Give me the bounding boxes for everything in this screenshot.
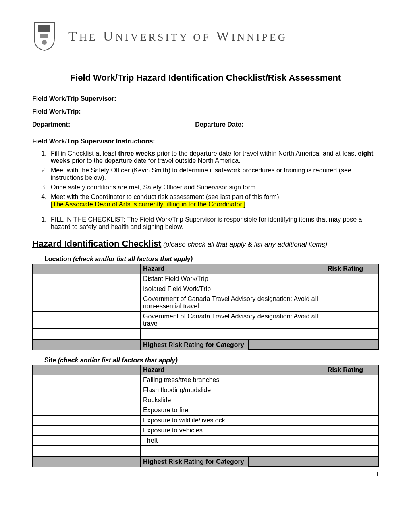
table-row: Flash flooding/mudslide [33,385,379,395]
hazard-cell: Exposure to fire [141,405,325,416]
instruction-item: Fill in Checklist at least three weeks p… [48,150,379,164]
table-row: Exposure to vehicles [33,426,379,436]
table-row: Distant Field Work/Trip [33,274,379,284]
hazard-cell: Exposure to vehicles [141,426,325,436]
table-row: Exposure to fire [33,405,379,416]
table-row: Falling trees/tree branches [33,375,379,385]
check-cell[interactable] [33,274,141,284]
document-header: The University of Winnipeg [32,20,379,52]
location-hazard-table: Hazard Risk Rating Distant Field Work/Tr… [32,264,379,350]
check-cell[interactable] [33,294,141,312]
hazard-cell-blank[interactable] [141,446,325,457]
rating-cell[interactable] [325,446,379,457]
rating-cell[interactable] [325,426,379,436]
department-field[interactable]: Department: [32,121,195,128]
supervisor-field[interactable]: Field Work/Trip Supervisor: [32,95,379,102]
highest-rating-value[interactable] [249,457,378,467]
table-row: Theft [33,436,379,446]
rating-column-header: Risk Rating [325,365,379,375]
category-highest-row: Highest Risk Rating for Category [33,457,379,467]
table-row-blank [33,446,379,457]
site-hazard-table: Hazard Risk Rating Falling trees/tree br… [32,365,379,467]
instruction-item: Once safety conditions are met, Safety O… [48,184,379,191]
check-column-header [33,264,141,274]
highest-rating-label: Highest Risk Rating for Category [141,340,249,350]
site-category-header: Site (check and/or list all factors that… [44,357,379,364]
hazard-column-header: Hazard [141,365,325,375]
trip-label: Field Work/Trip: [32,108,81,115]
table-row: Isolated Field Work/Trip [33,284,379,294]
page-number: 1 [32,470,379,478]
rating-cell[interactable] [325,375,379,385]
check-column-header [33,365,141,375]
check-cell[interactable] [33,405,141,416]
instructions-heading: Field Work/Trip Supervisor Instructions: [32,138,379,145]
hazard-cell: Isolated Field Work/Trip [141,284,325,294]
department-label: Department: [32,121,70,128]
instruction-item: Meet with the Coordinator to conduct ris… [48,193,379,208]
rating-cell[interactable] [325,385,379,395]
hazard-column-header: Hazard [141,264,325,274]
highest-rating-value[interactable] [249,340,378,350]
hazard-cell: Government of Canada Travel Advisory des… [141,294,325,312]
check-cell[interactable] [33,395,141,405]
table-row: Exposure to wildlife/livestock [33,416,379,426]
table-row: Government of Canada Travel Advisory des… [33,312,379,329]
instructions-list: Fill in Checklist at least three weeks p… [48,150,379,208]
departure-label: Departure Date: [195,121,243,128]
department-departure-row: Department:Departure Date: [32,121,379,128]
hazard-cell: Exposure to wildlife/livestock [141,416,325,426]
rating-cell[interactable] [325,395,379,405]
check-cell[interactable] [33,284,141,294]
highlighted-note: [The Associate Dean of Arts is currently… [51,201,245,208]
checklist-heading: Hazard Identification Checklist (please … [32,239,379,249]
hazard-cell: Distant Field Work/Trip [141,274,325,284]
hazard-cell-blank[interactable] [141,329,325,340]
rating-column-header: Risk Rating [325,264,379,274]
hazard-cell: Falling trees/tree branches [141,375,325,385]
rating-cell[interactable] [325,274,379,284]
rating-cell[interactable] [325,329,379,340]
svg-point-1 [42,40,47,45]
table-row: Rockslide [33,395,379,405]
check-cell[interactable] [33,426,141,436]
rating-cell[interactable] [325,405,379,416]
trip-field[interactable]: Field Work/Trip: [32,108,379,115]
supervisor-label: Field Work/Trip Supervisor: [32,95,116,102]
checklist-subtitle: (please check all that apply & list any … [161,241,327,248]
check-cell[interactable] [33,312,141,329]
check-cell[interactable] [33,436,141,446]
rating-cell[interactable] [325,436,379,446]
category-highest-row: Highest Risk Rating for Category [33,340,379,350]
highest-rating-label: Highest Risk Rating for Category [141,457,249,467]
rating-cell[interactable] [325,284,379,294]
rating-cell[interactable] [325,416,379,426]
check-cell[interactable] [33,329,141,340]
table-row: Government of Canada Travel Advisory des… [33,294,379,312]
hazard-cell: Rockslide [141,395,325,405]
hazard-cell: Theft [141,436,325,446]
hazard-cell: Flash flooding/mudslide [141,385,325,395]
svg-rect-0 [38,25,50,32]
check-cell[interactable] [33,375,141,385]
check-cell[interactable] [33,385,141,395]
instruction-item: Meet with the Safety Officer (Kevin Smit… [48,167,379,181]
university-name: The University of Winnipeg [68,29,287,44]
rating-cell[interactable] [325,312,379,329]
location-category-header: Location (check and/or list all factors … [44,256,379,263]
checklist-title: Hazard Identification Checklist [32,239,161,249]
hazard-cell: Government of Canada Travel Advisory des… [141,312,325,329]
table-row-blank [33,329,379,340]
university-crest-icon [32,20,56,52]
rating-cell[interactable] [325,294,379,312]
fill-instruction: FILL IN THE CHECKLIST: The Field Work/Tr… [48,216,379,231]
document-title: Field Work/Trip Hazard Identification Ch… [32,73,379,83]
departure-field[interactable]: Departure Date: [195,121,352,128]
fill-instruction-list: FILL IN THE CHECKLIST: The Field Work/Tr… [48,216,379,231]
check-cell[interactable] [33,446,141,457]
check-cell[interactable] [33,416,141,426]
